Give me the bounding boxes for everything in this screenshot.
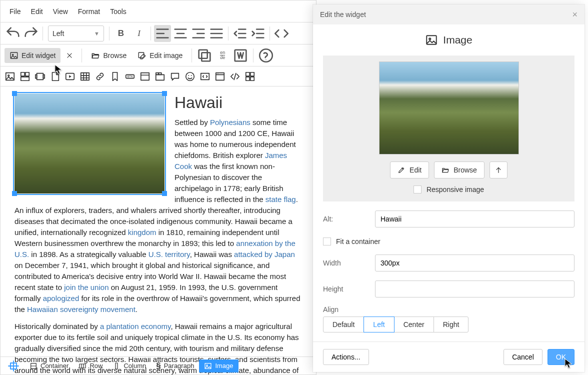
link-plantation[interactable]: a plantation economy [100,322,170,330]
link-apologized[interactable]: apologized [43,294,80,302]
cancel-button[interactable]: Cancel [504,349,542,365]
link-territory[interactable]: U.S. territory [148,250,190,258]
folder-open-icon [91,51,100,60]
breadcrumb-column[interactable]: Column [108,360,151,372]
edit-widget-button[interactable]: Edit widget [4,48,60,63]
svg-rect-18 [10,52,18,58]
link-kingdom[interactable]: kingdom [128,228,156,236]
svg-point-75 [429,38,430,40]
link-union[interactable]: join the union [64,283,108,292]
italic-button[interactable]: I [130,25,148,42]
redo-button[interactable] [22,25,40,42]
indent-button[interactable] [250,25,266,42]
preview-edit-button[interactable]: Edit [390,162,429,178]
insert-iframe-icon[interactable] [214,71,226,82]
insert-html-icon[interactable] [230,71,240,82]
undo-button[interactable] [4,25,22,42]
ok-button[interactable]: OK [548,349,574,365]
insert-video-icon[interactable] [64,71,76,82]
menu-format[interactable]: Format [73,4,105,20]
width-input[interactable] [375,254,574,272]
menu-view[interactable]: View [48,4,73,20]
align-center-button[interactable]: Center [394,316,434,332]
breadcrumb-paragraph[interactable]: §Paragraph [151,358,199,374]
svg-rect-48 [156,72,159,74]
svg-rect-59 [246,72,250,76]
menu-edit[interactable]: Edit [26,4,48,20]
article-image[interactable] [14,94,164,194]
insert-slideshow-icon[interactable] [34,71,46,82]
svg-rect-31 [26,72,29,76]
svg-marker-37 [69,75,72,78]
svg-rect-49 [158,72,162,74]
svg-point-56 [217,74,218,74]
align-default-button[interactable]: Default [323,316,364,332]
editor-content[interactable]: Hawaii Settled by Polynesians some time … [0,86,316,374]
context-toolbar: Edit widget Browse Edit image ende [0,44,316,66]
align-justify-button[interactable] [208,25,225,42]
menu-tools[interactable]: Tools [105,4,132,20]
preview-upload-button[interactable] [490,162,508,178]
align-left-button[interactable]: Left [364,316,394,332]
link-sovereignty[interactable]: Hawaiian sovereignty movement [27,305,136,314]
preview-panel: Edit Browse Responsive image [323,56,574,202]
insert-table-icon[interactable] [80,71,90,82]
insert-file-icon[interactable] [50,71,60,82]
menu-file[interactable]: File [4,4,26,20]
align-left-button[interactable] [154,25,171,42]
breadcrumb-row[interactable]: Row [74,360,108,372]
resize-handle-tl[interactable] [12,91,17,96]
svg-point-29 [8,74,10,76]
insert-gallery-icon[interactable] [20,71,30,82]
code-button[interactable] [273,25,290,42]
responsive-checkbox[interactable] [414,186,422,194]
insert-button-icon[interactable]: BTN [124,71,136,82]
dictionary-button[interactable] [232,47,249,64]
link-polynesians[interactable]: Polynesians [210,118,250,126]
align-center-button[interactable] [172,25,189,42]
help-button[interactable] [258,47,274,64]
breadcrumb-image[interactable]: Image [199,360,238,372]
insert-tabs-icon[interactable] [154,71,166,82]
insert-icon-icon[interactable] [184,71,196,82]
align-right-button[interactable]: Right [434,316,469,332]
insert-comment-icon[interactable] [170,71,180,82]
alignment-dropdown[interactable]: Left ▼ [48,26,104,42]
preview-browse-button[interactable]: Browse [434,162,484,178]
dialog-close-button[interactable]: × [572,10,578,20]
height-input[interactable] [375,280,574,298]
breadcrumb-container[interactable]: Container [24,360,74,372]
breadcrumb-root[interactable] [2,358,24,374]
insert-link-icon[interactable] [94,71,106,82]
bold-button[interactable]: B [112,25,130,42]
copy-button[interactable] [196,47,213,64]
resize-handle-tr[interactable] [162,91,167,96]
dialog-title: Image [323,24,574,56]
link-attacked[interactable]: attacked by Japan [234,250,295,258]
separator [192,48,192,62]
insert-image-icon[interactable] [4,71,16,82]
alt-label: Alt: [323,215,375,223]
insert-bookmark-icon[interactable] [110,71,120,82]
actions-button[interactable]: Actions... [323,349,369,365]
alt-input[interactable] [375,210,574,228]
separator [228,26,228,40]
translate-button[interactable]: ende [214,47,231,64]
chevron-down-icon: ▼ [94,30,100,36]
insert-grid-icon[interactable] [244,71,256,82]
browse-button[interactable]: Browse [86,48,132,63]
outdent-button[interactable] [232,25,248,42]
resize-handle-bl[interactable] [12,191,17,196]
insert-panel-icon[interactable] [140,71,150,82]
align-right-button[interactable] [190,25,207,42]
resize-handle-br[interactable] [162,191,167,196]
fit-container-checkbox[interactable] [323,238,331,246]
svg-rect-61 [246,76,250,80]
insert-embed-icon[interactable] [200,71,210,82]
link-flag[interactable]: state flag [266,195,296,204]
edit-image-button[interactable]: Edit image [132,48,188,63]
height-row: Height [323,280,574,298]
preview-image [379,62,519,154]
svg-rect-30 [21,72,24,76]
close-context-button[interactable] [62,48,78,64]
